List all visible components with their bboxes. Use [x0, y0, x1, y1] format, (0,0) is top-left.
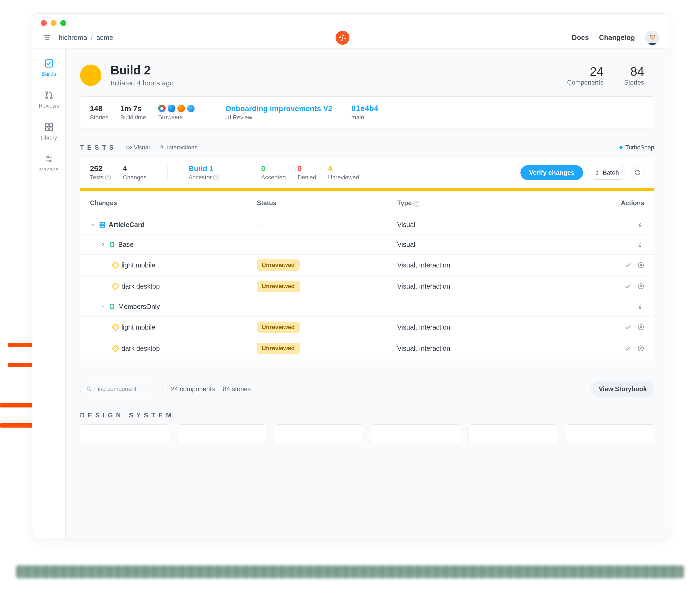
sidebar-item-reviews[interactable]: Reviews: [32, 90, 65, 109]
design-card[interactable]: [468, 424, 558, 443]
story-icon: [109, 242, 115, 248]
app-logo[interactable]: [336, 31, 349, 45]
build-status-dot: [80, 64, 101, 86]
design-card[interactable]: [565, 424, 654, 443]
design-card[interactable]: [177, 424, 266, 443]
interactions-tab[interactable]: Interactions: [159, 144, 198, 151]
denied-value: 0: [298, 164, 316, 173]
batch-action-icon[interactable]: [637, 221, 644, 228]
mode-icon: [112, 345, 119, 352]
chevron-down-icon[interactable]: [90, 222, 96, 228]
batch-button[interactable]: Batch: [588, 166, 626, 180]
components-footer: Find component 24 components 84 stories …: [65, 368, 669, 397]
browsers-lab: Browsers: [158, 114, 195, 121]
chevron-right-icon[interactable]: [100, 242, 106, 248]
design-card[interactable]: [274, 424, 363, 443]
minimize-window-dot[interactable]: [51, 20, 56, 26]
mode-icon: [112, 324, 119, 331]
table-row[interactable]: MembersOnly -- --: [80, 297, 654, 317]
ancestor-link[interactable]: Build 1: [189, 164, 219, 173]
batch-action-icon[interactable]: [637, 241, 644, 248]
commit-hash-link[interactable]: 81e4b4: [351, 104, 378, 113]
stories-count: 84: [624, 64, 644, 79]
view-storybook-button[interactable]: View Storybook: [591, 381, 654, 397]
menu-button[interactable]: [41, 32, 53, 43]
deny-icon[interactable]: [637, 324, 644, 331]
svg-point-42: [87, 387, 90, 390]
close-window-dot[interactable]: [41, 20, 47, 26]
design-card[interactable]: [371, 424, 460, 443]
accept-icon[interactable]: [625, 283, 632, 290]
help-icon[interactable]: ?: [413, 201, 419, 207]
sidebar-item-label: Manage: [39, 167, 58, 173]
accept-icon[interactable]: [625, 324, 632, 331]
col-type: Type ?: [397, 199, 558, 207]
mode-icon: [112, 282, 119, 290]
design-card[interactable]: [80, 424, 169, 443]
breadcrumb-org[interactable]: hichroma: [59, 33, 87, 41]
svg-point-8: [50, 97, 52, 99]
stories-label: Stories: [624, 79, 644, 86]
tests-summary-row: 252 Tests? 4 Changes Build 1 Ancestor? 0: [80, 157, 654, 188]
breadcrumb[interactable]: hichroma / acme: [59, 33, 113, 42]
stories-text: 84 stories: [223, 385, 251, 393]
tests-card-footer: [80, 359, 654, 368]
accept-icon[interactable]: [625, 261, 632, 268]
verify-changes-button[interactable]: Verify changes: [520, 165, 583, 180]
help-icon[interactable]: ?: [213, 175, 219, 180]
breadcrumb-project[interactable]: acme: [96, 33, 113, 41]
pr-title-link[interactable]: Onboarding improvements V2: [225, 105, 332, 113]
mode-icon: [112, 261, 119, 269]
col-actions: Actions: [558, 199, 644, 207]
refresh-icon: [635, 170, 641, 176]
table-row[interactable]: light mobile Unreviewed Visual, Interact…: [80, 317, 654, 338]
deny-icon[interactable]: [637, 283, 644, 290]
stories-lab: Stories: [90, 114, 108, 121]
search-icon: [86, 386, 91, 392]
svg-point-7: [45, 97, 47, 99]
status-badge: Unreviewed: [257, 280, 300, 292]
grid-icon: [44, 123, 53, 132]
deny-icon[interactable]: [637, 345, 644, 352]
components-text: 24 components: [171, 385, 215, 393]
user-avatar[interactable]: [645, 30, 660, 45]
breadcrumb-sep: /: [91, 33, 92, 41]
help-icon[interactable]: ?: [105, 175, 111, 180]
separator: [216, 105, 216, 120]
table-row[interactable]: light mobile Unreviewed Visual, Interact…: [80, 254, 654, 275]
visual-tab[interactable]: Visual: [126, 144, 150, 151]
table-row[interactable]: ArticleCard -- Visual: [80, 215, 654, 234]
status-badge: Unreviewed: [257, 343, 300, 354]
svg-line-43: [90, 390, 91, 391]
deny-icon[interactable]: [637, 261, 644, 268]
tests-value: 252: [90, 164, 111, 173]
accept-icon[interactable]: [625, 345, 632, 352]
decorative-shadow: [16, 565, 684, 578]
safari-icon: [187, 105, 195, 112]
svg-point-15: [47, 156, 49, 158]
sidebar-item-library[interactable]: Library: [32, 122, 65, 141]
progress-bar: [80, 188, 654, 191]
sidebar-item-label: Library: [41, 135, 57, 141]
tests-card: 252 Tests? 4 Changes Build 1 Ancestor? 0: [80, 157, 654, 368]
components-count: 24: [567, 64, 603, 79]
search-input[interactable]: Find component: [80, 382, 163, 396]
svg-point-6: [45, 92, 47, 94]
commit-branch: main: [351, 114, 378, 121]
sidebar-item-builds[interactable]: Builds: [32, 58, 65, 77]
table-row[interactable]: Base -- Visual: [80, 234, 654, 254]
batch-action-icon[interactable]: [637, 303, 644, 310]
docs-link[interactable]: Docs: [572, 33, 589, 42]
window-traffic-lights: [32, 14, 669, 27]
table-row[interactable]: dark desktop Unreviewed Visual, Interact…: [80, 275, 654, 297]
changelog-link[interactable]: Changelog: [599, 33, 635, 42]
sidebar-item-manage[interactable]: Manage: [32, 154, 65, 173]
design-system-cards: [65, 424, 669, 443]
table-row[interactable]: dark desktop Unreviewed Visual, Interact…: [80, 338, 654, 359]
turbosnap-indicator[interactable]: TurboSnap: [620, 144, 654, 151]
maximize-window-dot[interactable]: [60, 20, 66, 26]
chevron-down-icon[interactable]: [100, 304, 106, 310]
components-label: Components: [567, 79, 603, 86]
avatar-icon: [646, 33, 659, 45]
refresh-button[interactable]: [631, 166, 644, 179]
